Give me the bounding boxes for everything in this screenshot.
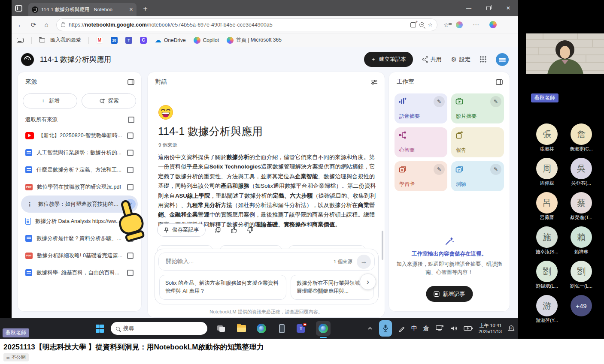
participant-avatar[interactable]: 詹 [571,123,592,145]
next-suggestions-button[interactable]: › [360,274,376,290]
source-checkbox[interactable] [127,132,134,139]
studio-card-flashcards[interactable]: ✎學習卡 [395,161,447,191]
sidebar-icon[interactable] [17,38,24,43]
source-checkbox[interactable] [127,184,134,190]
notebooklm-logo[interactable] [21,53,34,66]
edit-pencil-icon[interactable]: ✎ [490,96,501,107]
studio-card-report[interactable]: 報告 [451,127,504,157]
source-item[interactable]: 【新北】20250820-智慧教學新時... [21,127,138,144]
apps-grid-icon[interactable] [480,56,486,63]
url-bar[interactable]: https://notebooklm.google.com/notebook/e… [56,18,437,31]
source-item[interactable]: 什麼是數據分析？定義、方法和工... [21,161,138,178]
bookmark-m365[interactable]: 首頁 | Microsoft 365 [227,36,282,44]
edit-pencil-icon[interactable]: ✎ [490,164,501,175]
tab-close-icon[interactable]: ✕ [129,7,133,12]
refresh-icon[interactable]: ⟳ [27,21,40,29]
source-item[interactable]: 數據科學- 維基百科，自由的百科... [21,264,138,281]
host-video-tile[interactable] [526,33,604,74]
teams-button[interactable]: T [294,321,308,336]
studio-card-waveform[interactable]: ✎語音摘要 [395,93,447,123]
source-menu-icon[interactable]: ⋮ [25,201,34,208]
edit-pencil-icon[interactable]: ✎ [434,164,445,175]
participant-avatar[interactable]: 周 [536,158,558,179]
taskbar-search[interactable]: 搜尋 [111,322,207,335]
participant-avatar[interactable]: 張 [536,123,558,145]
pen-icon[interactable] [398,325,405,332]
battery-icon[interactable] [464,325,473,331]
edge-active-button[interactable] [316,321,331,336]
home-icon[interactable]: ⌂ [40,21,53,28]
close-button[interactable]: ✕ [498,0,518,16]
scrollbar[interactable] [382,231,383,260]
add-note-button[interactable]: 新增記事 [426,286,473,302]
bookmark-teams[interactable]: T [125,37,132,44]
share-button[interactable]: 共用 [422,56,442,63]
add-source-button[interactable]: ＋新增 [23,93,77,108]
favorites-list-icon[interactable]: ☆ [443,21,449,28]
notification-bell-icon[interactable]: z [507,325,515,332]
new-tab-button[interactable]: ＋ [142,3,149,13]
import-favorites[interactable]: 匯入我的最愛 [39,36,81,44]
thumbs-up-icon[interactable] [230,226,238,234]
participant-avatar[interactable]: 劉 [536,261,558,282]
split-screen-icon[interactable] [410,22,416,27]
collapse-panel-icon[interactable] [496,79,503,85]
save-to-note-button[interactable]: 儲存至記事 [157,223,206,237]
task-view-button[interactable] [214,321,228,336]
chat-settings-icon[interactable] [370,79,378,85]
bookmark-copilot[interactable]: Copilot [194,37,219,44]
cast-display-icon[interactable] [435,325,444,332]
browser-tab[interactable]: 114-1 數據分析與應用 - Noteboo ✕ [28,3,137,16]
settings-button[interactable]: ⚙設定 [451,56,470,63]
phone-link-button[interactable] [274,321,289,336]
select-all-checkbox[interactable] [128,117,134,123]
source-checkbox[interactable] [127,253,134,259]
discover-sources-button[interactable]: 探索 [82,93,136,108]
edit-pencil-icon[interactable]: ✎ [434,96,445,107]
back-icon[interactable]: ← [14,21,27,28]
participant-avatar[interactable]: 蔡 [571,192,592,214]
more-menu-icon[interactable]: ⋯ [470,21,483,29]
studio-card-video[interactable]: ✎影片摘要 [451,93,504,123]
studio-card-quiz[interactable]: ?✎測驗 [451,161,504,191]
edge-browser-button[interactable] [254,321,269,336]
account-avatar[interactable] [496,53,509,66]
source-checkbox[interactable] [127,270,134,276]
collapse-panel-icon[interactable] [127,79,134,85]
zoom-out-icon[interactable] [419,22,424,27]
microphone-button[interactable] [379,320,392,337]
bookmark-gmail[interactable]: M [96,37,103,44]
studio-card-mindmap[interactable]: 心智圖 [395,127,447,157]
send-button[interactable]: → [357,255,371,269]
ime-mode-indicator[interactable]: 中 [411,325,417,332]
participant-avatar[interactable]: 吳 [571,158,592,179]
clock[interactable]: 上午 10:412025/11/13 [479,322,502,334]
source-item[interactable]: PDF數位學習在技職教育的研究現況.pdf [21,178,138,196]
copy-icon[interactable] [214,226,222,234]
start-button[interactable] [92,321,107,336]
extension-icon[interactable] [456,21,463,28]
participant-avatar[interactable]: 施 [536,226,558,248]
source-item[interactable]: 人工智慧與行業趨勢：數據分析的... [21,144,138,161]
create-notebook-button[interactable]: ＋建立筆記本 [364,52,413,67]
participant-avatar[interactable]: 劉 [571,261,592,282]
ime-layout-indicator[interactable]: 倉 [423,325,429,332]
participant-avatar[interactable]: 呂 [536,192,558,214]
favorite-star-icon[interactable]: ☆ [428,21,433,28]
speaker-icon[interactable] [450,325,458,332]
workspaces-icon[interactable] [15,5,22,12]
source-item[interactable]: PDF數據分析詳細攻略! 0基礎看完這篇... [21,247,138,264]
bookmark-onedrive[interactable]: ☁OneDrive [155,37,186,44]
bookmark-claude[interactable]: C [140,37,147,44]
suggestion-chip[interactable]: Solix 的產品、解決方案和服務如何支援企業資料管理與 AI 應用？ [159,275,286,300]
bookmark-calendar18[interactable]: 18 [111,37,118,44]
chat-input[interactable]: 開始輸入... 1 個來源 → [158,253,375,271]
file-explorer-button[interactable] [234,321,249,336]
participant-avatar[interactable]: 賴 [571,226,592,248]
minimize-button[interactable]: — [459,0,479,16]
participant-avatar[interactable]: 游 [536,295,558,316]
participant-overflow-count[interactable]: +49 [571,295,592,316]
source-checkbox[interactable] [127,150,134,156]
source-checkbox[interactable] [127,167,134,173]
restore-button[interactable] [479,0,498,16]
